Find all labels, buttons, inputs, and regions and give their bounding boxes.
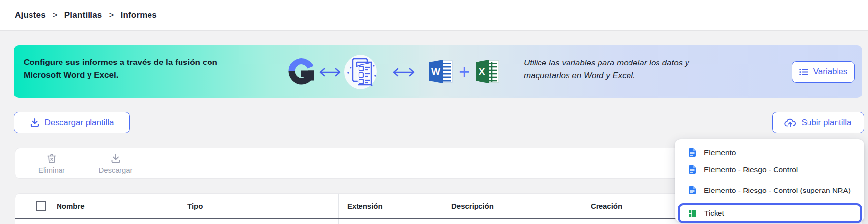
- delete-button[interactable]: Eliminar: [28, 153, 75, 174]
- download-selected-button[interactable]: Descargar: [92, 153, 139, 174]
- upload-template-button[interactable]: Subir plantilla: [772, 112, 864, 133]
- breadcrumb-separator: >: [53, 10, 58, 20]
- upload-template-label: Subir plantilla: [801, 118, 851, 128]
- dropdown-item-elemento[interactable]: Elemento: [675, 144, 864, 161]
- upload-template-dropdown: Elemento Elemento - Riesgo - Control: [675, 139, 864, 222]
- column-header-extension: Extensión: [339, 194, 443, 218]
- ms-excel-icon: X: [474, 58, 501, 85]
- svg-text:W: W: [431, 66, 440, 77]
- sync-arrow-icon: [392, 68, 415, 77]
- breadcrumb-ajustes[interactable]: Ajustes: [15, 10, 46, 20]
- breadcrumb-separator: >: [109, 10, 114, 20]
- banner-hint: Utilice las variables para modelar los d…: [524, 57, 703, 82]
- breadcrumb-plantillas[interactable]: Plantillas: [64, 10, 102, 20]
- column-header-tipo: Tipo: [179, 194, 339, 218]
- dropdown-item-elemento-riesgo-control[interactable]: Elemento - Riesgo - Control: [675, 161, 864, 178]
- plus-sign: +: [455, 60, 473, 84]
- list-icon: [799, 68, 808, 76]
- select-all-checkbox[interactable]: [36, 201, 46, 211]
- download-template-button[interactable]: Descargar plantilla: [14, 112, 130, 133]
- dropdown-item-label: Ticket: [704, 209, 724, 218]
- sync-arrow-icon: [319, 68, 341, 77]
- ms-word-icon: W: [428, 58, 454, 85]
- dropdown-item-label: Elemento - Riesgo - Control: [704, 165, 798, 174]
- green-sheet-icon: [688, 209, 697, 218]
- top-bar: Ajustes > Plantillas > Informes: [0, 0, 868, 31]
- svg-text:X: X: [479, 66, 485, 77]
- blue-doc-icon: [688, 165, 696, 174]
- cloud-upload-icon: [784, 118, 796, 127]
- blue-doc-icon: [688, 148, 696, 157]
- banner-message: Configure sus informes a través de la fu…: [24, 56, 235, 82]
- download-template-label: Descargar plantilla: [45, 118, 114, 128]
- dropdown-item-label: Elemento: [704, 148, 736, 157]
- variables-button-label: Variables: [813, 67, 848, 77]
- download-icon: [110, 153, 121, 164]
- info-banner: Configure sus informes a través de la fu…: [14, 45, 862, 98]
- app-g-logo-icon: [288, 58, 315, 85]
- column-header-descripcion: Descripción: [443, 194, 582, 218]
- variables-button[interactable]: Variables: [792, 61, 855, 83]
- trash-icon: [46, 153, 58, 164]
- breadcrumb: Ajustes > Plantillas > Informes: [15, 10, 157, 20]
- dropdown-item-label: Elemento - Riesgo - Control (superan NRA…: [704, 186, 851, 195]
- dropdown-item-elemento-riesgo-control-superan-nra[interactable]: Elemento - Riesgo - Control (superan NRA…: [675, 178, 864, 202]
- template-checklist-icon: [339, 50, 382, 93]
- download-icon: [30, 118, 40, 128]
- breadcrumb-informes[interactable]: Informes: [120, 10, 156, 20]
- column-header-nombre: Nombre: [15, 194, 179, 218]
- delete-label: Eliminar: [38, 166, 65, 174]
- dropdown-item-ticket[interactable]: Ticket: [678, 203, 862, 223]
- blue-doc-icon: [688, 186, 696, 195]
- download-selected-label: Descargar: [98, 166, 132, 174]
